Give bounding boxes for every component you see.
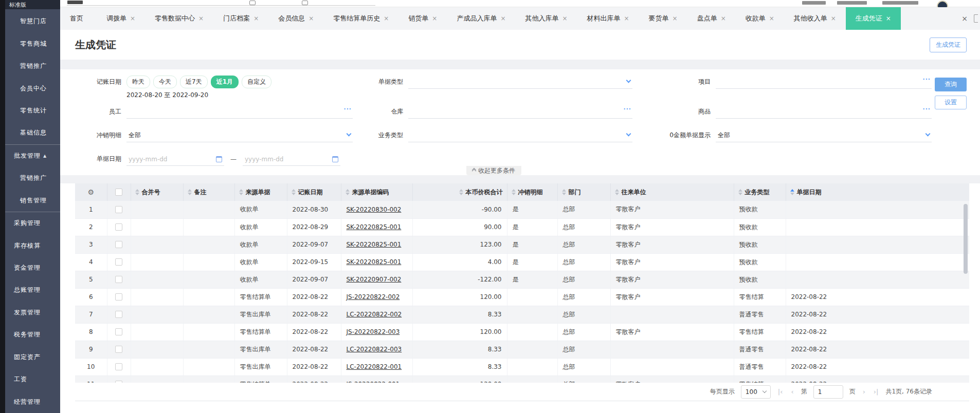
project-picker[interactable]: ··· <box>716 76 932 89</box>
sidebar-item[interactable]: 工资 <box>5 368 60 390</box>
writeoff-select[interactable]: 全部 <box>126 129 353 142</box>
tab[interactable]: 门店档案 × <box>213 7 268 30</box>
column-settings-header[interactable]: ⚙ <box>75 183 107 201</box>
column-header[interactable]: 来源单据编码 <box>341 183 412 201</box>
more-picker-icon[interactable]: ··· <box>343 106 352 112</box>
column-header[interactable]: 业务类型 <box>734 183 786 201</box>
source-code-link[interactable]: SK-20220825-001 <box>347 258 402 266</box>
row-checkbox[interactable] <box>115 363 122 370</box>
close-all-tabs-icon[interactable]: × <box>961 14 968 23</box>
row-checkbox[interactable] <box>115 346 122 353</box>
column-header[interactable]: 部门 <box>557 183 610 201</box>
zero-amount-select[interactable]: 全部 <box>716 129 932 142</box>
tab[interactable]: 零售数据中心 × <box>145 7 213 30</box>
next-page-button[interactable]: › <box>862 388 866 396</box>
tab[interactable]: 其他收入单 × <box>784 7 846 30</box>
tab-close-icon[interactable]: × <box>500 15 505 22</box>
page-number-input[interactable] <box>813 385 843 399</box>
row-checkbox[interactable] <box>115 276 122 283</box>
table-row[interactable]: 8 零售结算单 2022-08-22 JS-20220822-003 120.0… <box>75 323 969 341</box>
calendar-icon[interactable] <box>216 156 222 162</box>
row-checkbox[interactable] <box>115 293 122 301</box>
source-code-link[interactable]: JS-20220822-003 <box>347 328 400 335</box>
source-code-link[interactable]: SK-20220907-002 <box>347 276 402 283</box>
sidebar-item[interactable]: 采购管理 <box>5 212 60 234</box>
sidebar-item[interactable]: 资金管理 <box>5 257 60 279</box>
sort-carets-icon[interactable] <box>738 189 742 195</box>
sidebar-item[interactable]: 发票管理 <box>5 302 60 324</box>
tab-close-icon[interactable]: × <box>721 15 726 22</box>
first-page-button[interactable]: |‹ <box>777 388 784 396</box>
more-picker-icon[interactable]: ··· <box>922 76 931 83</box>
sidebar-item[interactable]: 智慧门店 <box>5 10 60 32</box>
sidebar-item[interactable]: 经营管理 <box>5 390 60 412</box>
sidebar-item[interactable]: 总账管理 <box>5 279 60 301</box>
sidebar-item[interactable]: 零售商城 <box>5 32 60 54</box>
row-checkbox[interactable] <box>115 258 122 266</box>
sidebar-item[interactable]: 营销推广 <box>5 167 60 189</box>
employee-picker[interactable]: ··· <box>126 105 353 119</box>
tab[interactable]: 材料出库单 × <box>577 7 639 30</box>
date-preset-pill[interactable]: 近7天 <box>180 76 208 88</box>
date-preset-pill[interactable]: 近1月 <box>211 76 239 88</box>
tab-close-icon[interactable]: × <box>769 15 774 22</box>
sort-carets-icon[interactable] <box>135 189 139 195</box>
doc-type-select[interactable] <box>408 76 632 89</box>
warehouse-picker[interactable]: ··· <box>408 105 632 119</box>
chevron-down-icon[interactable] <box>626 132 631 137</box>
row-checkbox[interactable] <box>115 206 122 213</box>
tab[interactable]: 会员信息 × <box>268 7 323 30</box>
account-menu-fragment[interactable] <box>882 1 918 5</box>
row-checkbox[interactable] <box>115 311 122 318</box>
tab-close-icon[interactable]: × <box>384 15 389 22</box>
select-all-checkbox[interactable] <box>115 189 122 196</box>
tab[interactable]: 要货单 × <box>639 7 687 30</box>
goods-picker[interactable]: ··· <box>716 105 932 119</box>
tab-close-icon[interactable]: × <box>886 15 891 22</box>
column-header[interactable]: 来源单据 <box>234 183 287 201</box>
last-page-button[interactable]: ›| <box>873 388 880 396</box>
settings-button[interactable]: 设置 <box>935 96 967 109</box>
table-row[interactable]: 10 零售出库单 2022-08-22 LC-20220822-001 8.33… <box>75 358 969 376</box>
tab-close-icon[interactable]: × <box>432 15 437 22</box>
tab-close-icon[interactable]: × <box>308 15 314 22</box>
column-header[interactable]: 记账日期 <box>287 183 341 201</box>
generate-voucher-button[interactable]: 生成凭证 <box>930 37 967 52</box>
sidebar-item[interactable]: 销售管理 <box>5 190 60 212</box>
column-header[interactable]: 本币价税合计 <box>412 183 507 201</box>
global-search-input[interactable] <box>67 5 375 6</box>
table-row[interactable]: 1 收款单 2022-08-30 SK-20220830-002 -90.00 … <box>75 201 969 218</box>
search-button[interactable]: 查询 <box>935 78 967 91</box>
sidebar-item[interactable]: 库存核算 <box>5 234 60 256</box>
tab-close-icon[interactable]: × <box>253 15 259 22</box>
sort-carets-icon[interactable] <box>615 189 619 195</box>
per-page-select[interactable]: 100 <box>741 385 771 399</box>
column-header[interactable]: 往来单位 <box>610 183 734 201</box>
date-preset-pill[interactable]: 今天 <box>153 76 177 88</box>
sort-carets-icon[interactable] <box>512 189 516 195</box>
help-center-icon[interactable] <box>837 1 867 5</box>
chevron-down-icon[interactable] <box>925 132 931 137</box>
prev-page-button[interactable]: ‹ <box>790 388 794 396</box>
tab[interactable]: 生成凭证 × <box>846 7 901 30</box>
tab[interactable]: 调拨单 × <box>97 7 145 30</box>
column-header[interactable]: 冲销明细 <box>507 183 557 201</box>
tab[interactable]: 销货单 × <box>398 7 447 30</box>
sort-carets-icon[interactable] <box>239 189 243 195</box>
source-code-link[interactable]: LC-20220822-001 <box>347 363 402 370</box>
vertical-scrollbar-thumb[interactable] <box>964 204 968 274</box>
biz-type-select[interactable] <box>408 129 632 142</box>
sidebar-item[interactable]: 批发管理 ▲ <box>5 144 60 167</box>
source-code-link[interactable]: SK-20220830-002 <box>347 206 402 213</box>
gear-icon[interactable]: ⚙ <box>87 188 94 196</box>
source-code-link[interactable]: LC-20220822-002 <box>347 311 402 318</box>
sidebar-item[interactable]: 营销推广 <box>5 55 60 77</box>
tab[interactable]: 首页 <box>60 7 97 30</box>
tab-close-icon[interactable]: × <box>831 15 836 22</box>
calendar-icon[interactable] <box>332 156 338 162</box>
tab[interactable]: 产成品入库单 × <box>447 7 515 30</box>
tab-close-icon[interactable]: × <box>673 15 678 22</box>
tab-close-icon[interactable]: × <box>562 15 567 22</box>
table-row[interactable]: 11 零售结算单 2022-08-22 JS-20220822-001 120.… <box>75 376 969 383</box>
tab[interactable]: 零售结算单历史 × <box>323 7 398 30</box>
